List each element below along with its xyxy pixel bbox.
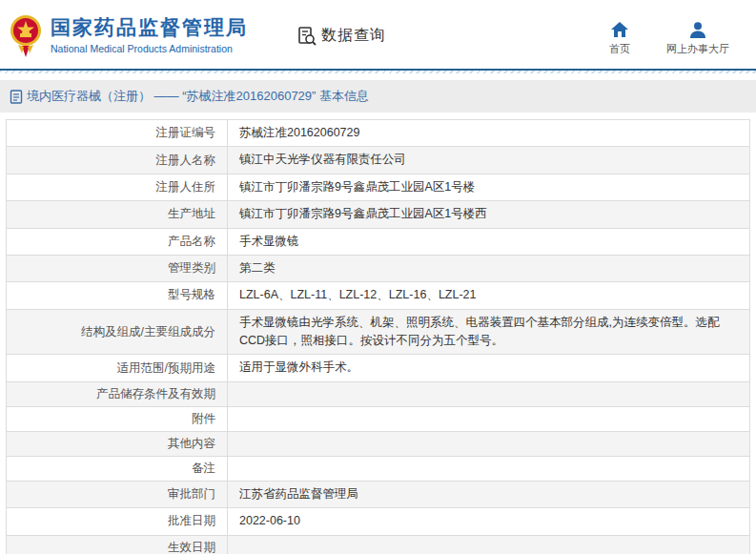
row-label: 注册人住所 <box>7 174 228 200</box>
registration-info-table-body: 注册证编号苏械注准20162060729注册人名称镇江中天光学仪器有限责任公司注… <box>7 120 750 554</box>
table-row: 备注 <box>7 456 750 481</box>
row-label: 审批部门 <box>7 481 228 507</box>
table-row: 适用范围/预期用途适用于显微外科手术。 <box>7 355 750 381</box>
row-value: 2022-06-10 <box>228 508 750 535</box>
row-value: 镇江市丁卯潘宗路9号鑫鼎茂工业园A区1号楼 <box>228 174 750 200</box>
row-value <box>228 456 750 481</box>
table-row: 型号规格LZL-6A、LZL-11、LZL-12、LZL-16、LZL-21 <box>7 282 750 309</box>
row-value: 镇江市丁卯潘宗路9号鑫鼎茂工业园A区1号楼西 <box>228 201 750 228</box>
header-divider <box>0 69 756 73</box>
table-row: 注册人住所镇江市丁卯潘宗路9号鑫鼎茂工业园A区1号楼 <box>7 174 750 200</box>
table-row: 结构及组成/主要组成成分手术显微镜由光学系统、机架、照明系统、电器装置四个基本部… <box>7 309 750 355</box>
row-label: 型号规格 <box>7 282 228 309</box>
document-search-icon <box>297 27 317 46</box>
row-value: 镇江中天光学仪器有限责任公司 <box>228 147 750 174</box>
row-value <box>228 431 750 456</box>
row-label: 生效日期 <box>7 535 228 554</box>
row-label: 产品名称 <box>7 228 228 255</box>
registration-info-table: 注册证编号苏械注准20162060729注册人名称镇江中天光学仪器有限责任公司注… <box>6 119 750 554</box>
breadcrumb: 境内医疗器械（注册） —— “苏械注准20162060729” 基本信息 <box>27 88 369 105</box>
data-query-title: 数据查询 <box>297 26 386 46</box>
row-value <box>228 381 750 406</box>
row-label: 生产地址 <box>7 201 228 228</box>
breadcrumb-bar: 境内医疗器械（注册） —— “苏械注准20162060729” 基本信息 <box>0 80 756 113</box>
table-row: 注册证编号苏械注准20162060729 <box>7 120 750 147</box>
row-value: 苏械注准20162060729 <box>228 120 750 147</box>
row-label: 注册证编号 <box>7 120 228 147</box>
table-row: 审批部门江苏省药品监督管理局 <box>7 481 750 507</box>
nav-item-service-hall[interactable]: 网上办事大厅 <box>666 21 729 56</box>
org-name: 国家药品监督管理局 <box>51 15 248 40</box>
nav-item-home[interactable]: 首页 <box>609 21 630 56</box>
row-value: 手术显微镜由光学系统、机架、照明系统、电器装置四个基本部分组成,为连续变倍型。选… <box>228 309 750 355</box>
page-header: 国家药品监督管理局 National Medical Products Admi… <box>0 0 756 69</box>
nav-service-hall-label: 网上办事大厅 <box>666 42 729 56</box>
table-row: 注册人名称镇江中天光学仪器有限责任公司 <box>7 147 750 174</box>
table-row: 生产地址镇江市丁卯潘宗路9号鑫鼎茂工业园A区1号楼西 <box>7 201 750 228</box>
row-value: 第二类 <box>228 255 750 281</box>
row-label: 结构及组成/主要组成成分 <box>7 309 228 355</box>
brand-logo: 国家药品监督管理局 National Medical Products Admi… <box>10 13 248 57</box>
row-value: LZL-6A、LZL-11、LZL-12、LZL-16、LZL-21 <box>228 282 750 309</box>
org-name-english: National Medical Products Administration <box>51 43 248 54</box>
home-icon <box>611 21 628 38</box>
table-row: 批准日期2022-06-10 <box>7 508 750 535</box>
nav-home-label: 首页 <box>609 42 630 56</box>
row-label: 管理类别 <box>7 255 228 281</box>
table-row: 管理类别第二类 <box>7 255 750 281</box>
row-label: 产品储存条件及有效期 <box>7 381 228 406</box>
row-value: 手术显微镜 <box>228 228 750 255</box>
table-row: 生效日期 <box>7 535 750 554</box>
data-query-label: 数据查询 <box>321 26 386 46</box>
row-label: 批准日期 <box>7 508 228 535</box>
row-value: 适用于显微外科手术。 <box>228 355 750 381</box>
table-row: 产品储存条件及有效期 <box>7 381 750 406</box>
row-label: 附件 <box>7 406 228 431</box>
row-value: 江苏省药品监督管理局 <box>228 481 750 507</box>
row-value <box>228 406 750 431</box>
national-emblem-icon <box>10 13 42 57</box>
header-nav: 首页 网上办事大厅 <box>609 21 743 56</box>
page-doc-icon <box>10 90 23 104</box>
person-icon <box>690 21 705 38</box>
table-row: 附件 <box>7 406 750 431</box>
row-label: 其他内容 <box>7 431 228 456</box>
row-label: 适用范围/预期用途 <box>7 355 228 381</box>
table-row: 产品名称手术显微镜 <box>7 228 750 255</box>
row-label: 备注 <box>7 456 228 481</box>
row-label: 注册人名称 <box>7 147 228 174</box>
table-row: 其他内容 <box>7 431 750 456</box>
row-value <box>228 535 750 554</box>
